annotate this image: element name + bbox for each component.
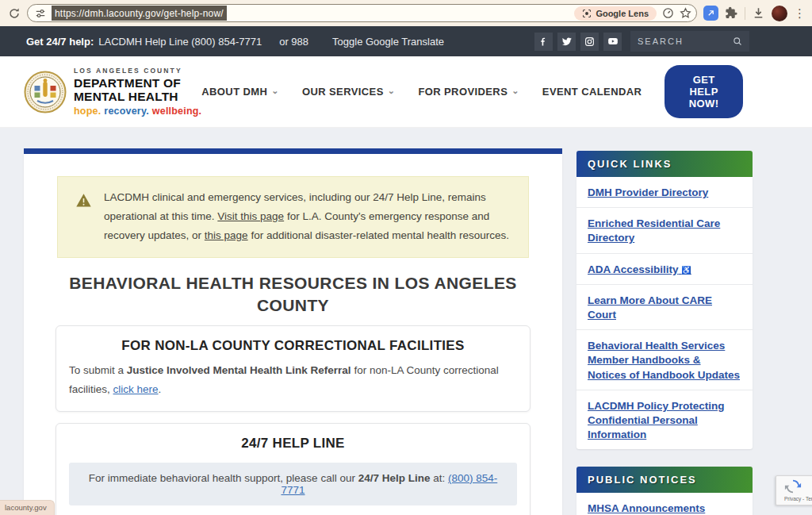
pinned-extension-icon[interactable] [703, 6, 718, 21]
dmh-logo[interactable]: LOS ANGELES COUNTY DEPARTMENT OF MENTAL … [24, 67, 201, 116]
sidebar: QUICK LINKS DMH Provider Directory Enric… [576, 151, 753, 515]
site-search-input[interactable] [638, 37, 733, 46]
correctional-card-text: To submit a Justice Involved Mental Heal… [69, 361, 517, 398]
site-search[interactable] [630, 31, 749, 52]
nav-our-services[interactable]: OUR SERVICES⌄ [302, 86, 395, 98]
link-mhsa-announcements[interactable]: MHSA Announcements [588, 502, 705, 514]
youtube-icon[interactable] [603, 33, 622, 51]
help-line-card: 24/7 HELP LINE For immediate behavioral … [56, 423, 530, 515]
list-item: ADA Accessibility ♿ [576, 253, 753, 284]
alert-text: LACDMH clinical and emergency services, … [104, 188, 511, 245]
search-icon [733, 37, 742, 46]
content-top-accent [24, 148, 562, 154]
logo-tagline: hope.recovery.wellbeing. [74, 106, 201, 117]
alert-link-this-page[interactable]: this page [205, 229, 248, 241]
facebook-icon[interactable] [534, 33, 553, 51]
link-care-court[interactable]: Learn More About CARE Court [588, 294, 712, 321]
alert-link-visit-page[interactable]: Visit this page [217, 210, 284, 222]
link-ada-accessibility[interactable]: ADA Accessibility ♿ [588, 263, 691, 275]
link-confidential-info-policy[interactable]: LACDMH Policy Protecting Confidential Pe… [588, 400, 725, 440]
toggle-translate-link[interactable]: Toggle Google Translate [332, 36, 444, 48]
browser-menu-icon[interactable]: ⋮ [794, 7, 806, 19]
page-title: BEHAVIORAL HEALTH RESOURCES IN LOS ANGEL… [67, 272, 519, 316]
google-lens-label: Google Lens [596, 9, 649, 18]
recaptcha-icon [784, 478, 802, 495]
logo-mh-line: MENTAL HEALTH [74, 90, 201, 104]
accessibility-icon: ♿ [681, 266, 691, 275]
link-member-handbooks[interactable]: Behavioral Health Services Member Handbo… [588, 340, 740, 380]
social-links [534, 33, 622, 51]
main-nav: ABOUT DMH⌄ OUR SERVICES⌄ FOR PROVIDERS⌄ … [201, 65, 743, 118]
help-line-title: 24/7 HELP LINE [69, 436, 517, 452]
extensions-puzzle-icon[interactable] [725, 6, 738, 20]
address-bar[interactable]: https://dmh.lacounty.gov/get-help-now/ G… [27, 4, 697, 22]
link-status-bubble: lacounty.gov [0, 500, 55, 515]
google-lens-button[interactable]: Google Lens [574, 6, 657, 21]
bookmark-star-icon[interactable] [680, 7, 691, 19]
correctional-click-here-link[interactable]: click here [113, 383, 159, 395]
list-item: LACDMH Policy Protecting Confidential Pe… [576, 390, 753, 450]
link-dmh-provider-directory[interactable]: DMH Provider Directory [588, 186, 708, 198]
quick-links-panel: DMH Provider Directory Enriched Resident… [576, 177, 753, 449]
chevron-down-icon: ⌄ [271, 86, 279, 95]
recaptcha-privacy-terms: Privacy - Term [784, 496, 812, 502]
list-item: MHSA Announcements [576, 493, 753, 515]
logo-county-line: LOS ANGELES COUNTY [74, 67, 201, 75]
site-header: LOS ANGELES COUNTY DEPARTMENT OF MENTAL … [0, 56, 812, 128]
or-988-text: or 988 [279, 36, 308, 48]
main-content: LACDMH clinical and emergency services, … [24, 148, 562, 515]
list-item: Enriched Residential Care Directory [576, 207, 753, 252]
list-item: Behavioral Health Services Member Handbo… [576, 329, 753, 390]
list-item: DMH Provider Directory [576, 177, 753, 207]
logo-text: LOS ANGELES COUNTY DEPARTMENT OF MENTAL … [74, 67, 201, 116]
nav-for-providers[interactable]: FOR PROVIDERS⌄ [418, 86, 519, 98]
nav-event-calendar[interactable]: EVENT CALENDAR [542, 86, 642, 98]
toolbar-divider [745, 7, 745, 20]
help-label: Get 24/7 help: [26, 36, 94, 48]
content-card: LACDMH clinical and emergency services, … [24, 154, 562, 515]
chevron-down-icon: ⌄ [388, 86, 396, 95]
quick-links-section: QUICK LINKS DMH Provider Directory Enric… [576, 151, 753, 449]
twitter-icon[interactable] [557, 33, 576, 51]
warning-icon [75, 192, 92, 245]
nav-about-dmh[interactable]: ABOUT DMH⌄ [201, 86, 279, 98]
google-lens-icon [582, 9, 592, 18]
profile-avatar[interactable] [772, 6, 787, 21]
public-notices-panel: MHSA Announcements [576, 493, 753, 515]
public-notices-section: PUBLIC NOTICES MHSA Announcements [576, 467, 753, 515]
list-item: Learn More About CARE Court [576, 284, 753, 329]
chevron-down-icon: ⌄ [511, 86, 519, 95]
help-line-callout: For immediate behavioral health support,… [69, 463, 517, 505]
page-speed-icon[interactable] [662, 7, 674, 19]
help-line-text: LACDMH Help Line (800) 854-7771 [98, 36, 262, 48]
correctional-card-title: FOR NON-LA COUNTY CORRECTIONAL FACILITIE… [69, 338, 517, 354]
la-county-seal-icon [24, 71, 67, 113]
logo-dept-line: DEPARTMENT OF [74, 77, 201, 90]
browser-toolbar: https://dmh.lacounty.gov/get-help-now/ G… [0, 0, 812, 26]
reload-icon[interactable] [8, 7, 21, 20]
site-settings-icon[interactable] [35, 8, 46, 19]
correctional-facilities-card: FOR NON-LA COUNTY CORRECTIONAL FACILITIE… [56, 325, 530, 411]
quick-links-header: QUICK LINKS [576, 151, 753, 177]
url-input[interactable]: https://dmh.lacounty.gov/get-help-now/ [52, 6, 227, 21]
emergency-alert-banner: LACDMH clinical and emergency services, … [57, 176, 529, 258]
recaptcha-badge[interactable]: Privacy - Term [776, 475, 812, 505]
instagram-icon[interactable] [580, 33, 599, 51]
site-utility-bar: Get 24/7 help: LACDMH Help Line (800) 85… [0, 26, 812, 56]
link-enriched-residential-care[interactable]: Enriched Residential Care Directory [588, 217, 720, 244]
public-notices-header: PUBLIC NOTICES [576, 467, 753, 493]
downloads-icon[interactable] [752, 6, 765, 20]
get-help-now-button[interactable]: GET HELP NOW! [665, 65, 743, 118]
